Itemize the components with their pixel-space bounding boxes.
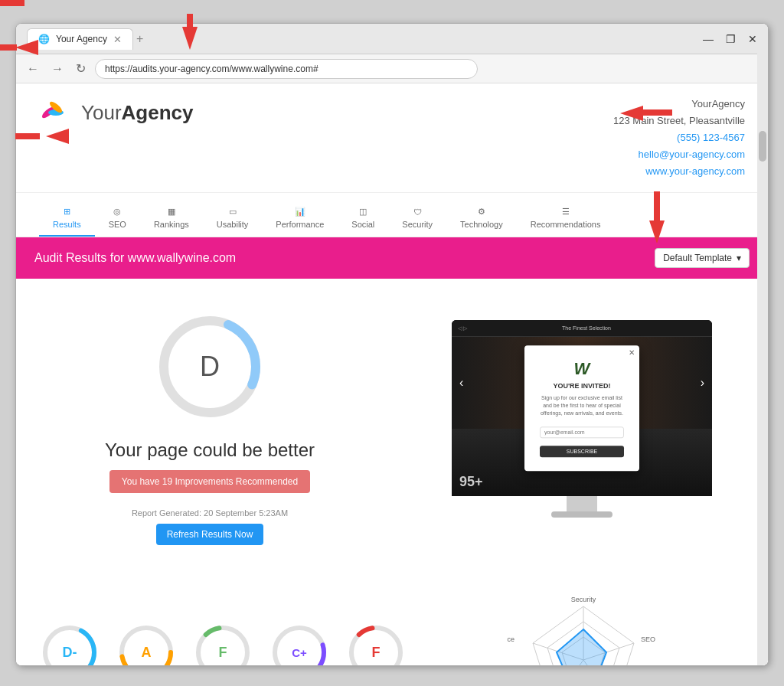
tab-social-label: Social <box>351 220 374 229</box>
svg-text:SEO: SEO <box>641 635 655 643</box>
popup-close-button[interactable]: ✕ <box>629 349 635 358</box>
tab-technology[interactable]: ⚙ Technology <box>446 201 517 237</box>
popup-email-input[interactable] <box>540 426 624 438</box>
tab-security-label: Security <box>402 220 433 229</box>
popup-modal: ✕ W YOU'RE INVITED! Sign up for our excl… <box>524 346 639 471</box>
company-name: YourAgency <box>613 96 745 113</box>
circle-social: C+ Social <box>269 622 330 665</box>
tab-rankings[interactable]: ▦ Rankings <box>140 201 203 237</box>
tab-seo-label: SEO <box>109 220 126 229</box>
usability-circle-chart: A <box>116 622 177 665</box>
audit-section: Audit Results for www.wallywine.com Defa… <box>16 237 768 665</box>
logo-icon <box>39 96 74 130</box>
svg-rect-30 <box>0 44 17 51</box>
monitor-stand <box>567 496 597 511</box>
popup-subscribe-button[interactable]: SUBSCRIBE <box>540 446 624 457</box>
contact-info: YourAgency 123 Main Street, Pleasantvill… <box>613 96 745 180</box>
tab-usability-label: Usability <box>217 220 249 229</box>
tab-performance-label: Performance <box>276 220 324 229</box>
refresh-button[interactable]: Refresh Results Now <box>156 524 264 545</box>
svg-text:Security: Security <box>571 596 596 603</box>
security-grade: F <box>372 645 381 661</box>
logo-text: YourAgency <box>81 101 193 125</box>
template-label: Default Template <box>663 253 732 263</box>
report-generated: Report Generated: 20 September 5:23AM <box>132 508 288 518</box>
grade-letter: D <box>200 351 220 383</box>
social-grade: C+ <box>292 646 307 659</box>
address-input[interactable] <box>95 59 478 79</box>
monitor-screen: ◁ ▷ The Finest Selection ‹ wine bottles … <box>452 320 712 496</box>
usability-icon: ▭ <box>229 207 237 217</box>
security-circle-chart: F <box>345 622 407 665</box>
tab-rankings-label: Rankings <box>154 220 189 229</box>
template-select[interactable]: Default Template ▾ <box>655 248 750 268</box>
company-address: 123 Main Street, Pleasantville <box>613 113 745 129</box>
tab-usability[interactable]: ▭ Usability <box>203 201 263 237</box>
popup-heading: YOU'RE INVITED! <box>540 383 624 390</box>
company-email[interactable]: hello@your-agency.com <box>613 146 745 163</box>
popup-logo: W <box>540 360 624 380</box>
tab-social[interactable]: ◫ Social <box>338 201 388 237</box>
browser-tab[interactable]: 🌐 Your Agency ✕ <box>27 28 133 50</box>
seo-icon: ◎ <box>113 207 121 217</box>
nav-tabs: ⊞ Results ◎ SEO ▦ Rankings ▭ Usability 📊… <box>16 193 768 237</box>
tab-favicon: 🌐 <box>38 34 50 44</box>
scrollbar[interactable] <box>757 24 768 665</box>
monitor-base <box>551 511 612 518</box>
chevron-down-icon: ▾ <box>737 253 741 263</box>
circle-performance: F Performance <box>192 622 253 665</box>
scrollbar-thumb[interactable] <box>759 131 766 162</box>
technology-icon: ⚙ <box>478 207 485 217</box>
restore-button[interactable]: ❐ <box>723 34 739 44</box>
audit-title: Audit Results for www.wallywine.com <box>34 251 236 265</box>
rankings-icon: ▦ <box>168 207 175 217</box>
tab-security[interactable]: 🛡 Security <box>388 201 446 237</box>
browser-addressbar: ← → ↻ <box>16 54 768 83</box>
circle-security: F Security <box>345 622 407 665</box>
radar-chart-container: Security SEO Social Mobile & UI Performa… <box>422 591 745 665</box>
forward-button[interactable]: → <box>48 60 67 77</box>
circle-usability: A Usability <box>116 622 177 665</box>
score-tagline: Your page could be better <box>105 439 315 461</box>
performance-circle-chart: F <box>192 622 253 665</box>
performance-icon: 📊 <box>295 207 305 217</box>
page-content: YourAgency YourAgency 123 Main Street, P… <box>16 83 768 665</box>
audit-body: D Your page could be better You have 19 … <box>16 279 768 576</box>
minimize-button[interactable]: — <box>700 34 717 44</box>
social-icon: ◫ <box>359 207 367 217</box>
svg-marker-23 <box>557 629 606 665</box>
tab-results-label: Results <box>53 220 81 229</box>
circle-seo: D- SEO <box>39 622 100 665</box>
tab-recommendations[interactable]: ☰ Recommendations <box>517 201 615 237</box>
company-phone[interactable]: (555) 123-4567 <box>613 129 745 146</box>
svg-rect-34 <box>0 0 24 6</box>
usability-grade: A <box>142 645 152 661</box>
tab-results[interactable]: ⊞ Results <box>39 201 95 237</box>
results-icon: ⊞ <box>64 207 70 217</box>
recommendations-icon: ☰ <box>562 207 570 217</box>
tab-seo[interactable]: ◎ SEO <box>95 201 140 237</box>
tab-recommendations-label: Recommendations <box>531 220 601 229</box>
radar-chart-svg: Security SEO Social Mobile & UI Performa… <box>507 591 660 665</box>
site-header: YourAgency YourAgency 123 Main Street, P… <box>16 83 768 193</box>
tab-performance[interactable]: 📊 Performance <box>262 201 338 237</box>
refresh-button[interactable]: ↻ <box>73 60 89 77</box>
score-section: D Your page could be better You have 19 … <box>31 294 388 560</box>
monitor-area: ◁ ▷ The Finest Selection ‹ wine bottles … <box>411 294 753 560</box>
tab-technology-label: Technology <box>460 220 503 229</box>
window-controls: — ❐ ✕ <box>700 34 760 44</box>
social-circle-chart: C+ <box>269 622 330 665</box>
tab-close-button[interactable]: ✕ <box>113 34 122 45</box>
improvements-button[interactable]: You have 19 Improvements Recommended <box>109 470 310 493</box>
browser-titlebar: 🌐 Your Agency ✕ + — ❐ ✕ <box>16 24 768 54</box>
browser-window: 🌐 Your Agency ✕ + — ❐ ✕ ← → ↻ <box>15 23 769 666</box>
security-icon: 🛡 <box>413 207 422 217</box>
audit-header: Audit Results for www.wallywine.com Defa… <box>16 237 768 279</box>
back-button[interactable]: ← <box>24 60 42 77</box>
company-website[interactable]: www.your-agency.com <box>613 163 745 180</box>
seo-circle-chart: D- <box>39 622 100 665</box>
monitor-mockup: ◁ ▷ The Finest Selection ‹ wine bottles … <box>452 320 712 534</box>
svg-text:Performance: Performance <box>507 635 514 643</box>
seo-grade: D- <box>63 645 77 661</box>
new-tab-button[interactable]: + <box>136 32 143 46</box>
